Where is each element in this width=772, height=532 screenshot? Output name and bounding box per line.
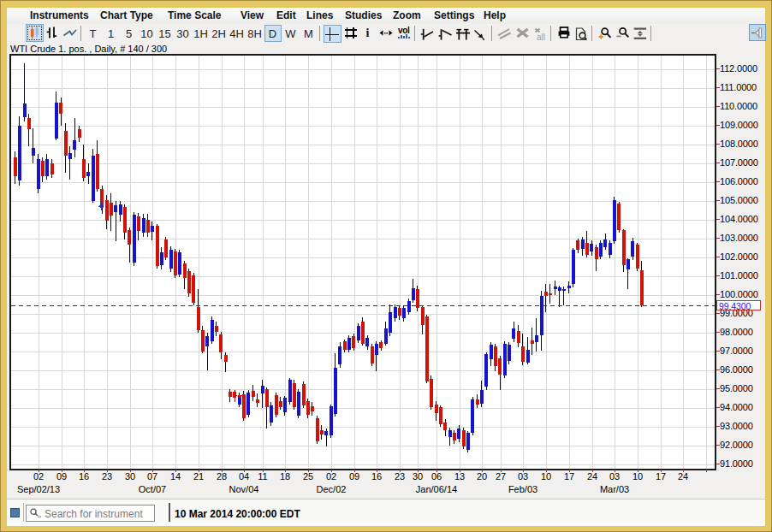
svg-text:all: all (537, 33, 545, 42)
